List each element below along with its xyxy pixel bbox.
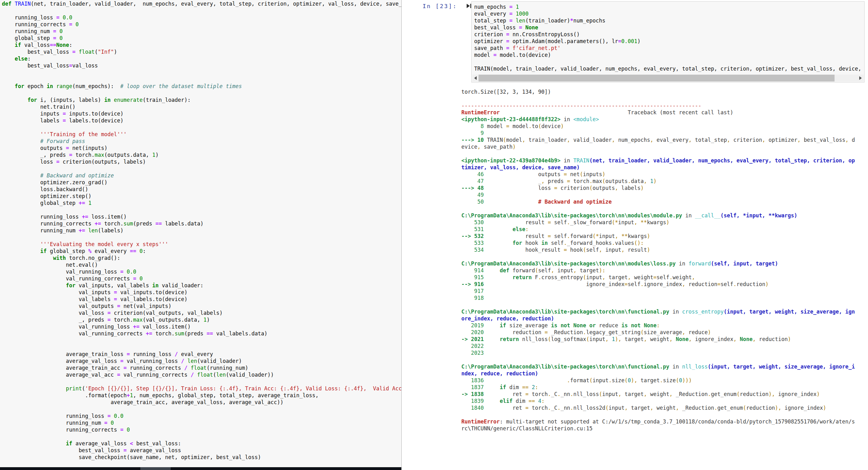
cell-code-line: num_epochs = 1 bbox=[474, 3, 864, 10]
source-code-line: average_train_acc, average_val_loss, ave… bbox=[2, 399, 401, 406]
cell-code-line: model = model.to(device) bbox=[474, 52, 864, 58]
traceback-separator: ----------------------------------------… bbox=[461, 102, 858, 109]
source-code-line: best_val_loss = float("Inf") bbox=[2, 48, 401, 55]
traceback-code-line: 46 outputs = net(inputs) bbox=[461, 171, 858, 178]
source-code-line: val_running_corrects += torch.sum(preds … bbox=[2, 330, 401, 337]
traceback-code-line: ---> 10 TRAIN(model, train_loader, valid… bbox=[461, 136, 858, 150]
source-code-line: for i, (inputs, labels) in enumerate(tra… bbox=[2, 97, 401, 103]
traceback-code-line: -> 2021 return nll_loss(log_softmax(inpu… bbox=[461, 336, 858, 343]
traceback-code-line: --> 916 ignore_index=self.ignore_index, … bbox=[461, 281, 858, 288]
source-code-line: print('Epoch [{}/{}], Step [{}/{}], Trai… bbox=[2, 385, 401, 392]
source-code-pane: def TRAIN(net, train_loader, valid_loade… bbox=[0, 0, 402, 470]
output-result-line: torch.Size([32, 3, 134, 90]) bbox=[461, 89, 858, 95]
cell-code[interactable]: num_epochs = 1eval_every = 1000total_ste… bbox=[472, 2, 864, 72]
traceback-code-line: 915 return F.cross_entropy(input, target… bbox=[461, 274, 858, 281]
source-code-line bbox=[2, 433, 401, 440]
scrollbar-track[interactable] bbox=[478, 75, 857, 81]
output-blank-line bbox=[461, 150, 858, 157]
cell-code-line: criterion = nn.CrossEntropyLoss() bbox=[474, 31, 864, 38]
source-code-line: with torch.no_grad(): bbox=[2, 255, 401, 261]
source-code-line: for epoch in range(num_epochs): # loop o… bbox=[2, 83, 401, 90]
source-code-line: if average_val_loss < best_val_loss: bbox=[2, 440, 401, 447]
traceback-frame-header: <ipython-input-22-439a8704e4b9> in TRAIN… bbox=[461, 157, 858, 171]
source-code-line: loss = criterion(outputs, labels) bbox=[2, 158, 401, 165]
source-code-line: best_val_loss=val_loss bbox=[2, 62, 401, 69]
cell-horizontal-scrollbar[interactable] bbox=[472, 75, 864, 81]
traceback-code-line: 2023 bbox=[461, 349, 858, 356]
cell-code-line bbox=[474, 58, 864, 65]
traceback-frame-header: <ipython-input-23-d44488f8f322> in <modu… bbox=[461, 116, 858, 123]
scroll-right-arrow[interactable] bbox=[857, 75, 864, 81]
source-code-line bbox=[2, 344, 401, 351]
traceback-code-line: 918 bbox=[461, 295, 858, 301]
traceback-code-line: 9 bbox=[461, 130, 858, 136]
source-code-line: val_loss = criterion(val_outputs, val_la… bbox=[2, 309, 401, 316]
cell-code-line: save_path = f'cifar_net.pt' bbox=[474, 45, 864, 52]
left-pane-horizontal-scrollbar[interactable] bbox=[0, 467, 402, 470]
cell-code-line: eval_every = 1000 bbox=[474, 10, 864, 17]
traceback-frame-header: C:\ProgramData\Anaconda3\lib\site-packag… bbox=[461, 260, 858, 267]
scroll-left-arrow[interactable] bbox=[472, 75, 478, 81]
traceback-code-line: 50 # Backward and optimize bbox=[461, 198, 858, 205]
output-blank-line bbox=[461, 95, 858, 102]
output-blank-line bbox=[461, 356, 858, 363]
source-code-line: best_val_loss = average_val_loss bbox=[2, 447, 401, 454]
source-code-line: global_step = 0 bbox=[2, 35, 401, 41]
source-code-line bbox=[2, 7, 401, 14]
code-cell-input[interactable]: num_epochs = 1eval_every = 1000total_ste… bbox=[471, 1, 865, 82]
source-code-line: # Backward and optimize bbox=[2, 172, 401, 179]
traceback-code-line: 914 def forward(self, input, target): bbox=[461, 267, 858, 274]
source-code-line: def TRAIN(net, train_loader, valid_loade… bbox=[2, 0, 401, 7]
traceback-code-line: 1837 if dim == 2: bbox=[461, 384, 858, 391]
run-marker-icon bbox=[466, 3, 472, 8]
source-code-line: running_corrects += torch.sum(preds == l… bbox=[2, 220, 401, 227]
traceback-frame-header: C:\ProgramData\Anaconda3\lib\site-packag… bbox=[461, 212, 858, 219]
scrollbar-thumb[interactable] bbox=[478, 75, 835, 81]
traceback-code-line: 533 for hook in self._forward_hooks.valu… bbox=[461, 239, 858, 246]
source-code-line: labels = labels.to(device) bbox=[2, 117, 401, 124]
source-code-line: running_num += len(labels) bbox=[2, 227, 401, 234]
source-code-line: '''Evaluating the model every x steps''' bbox=[2, 241, 401, 248]
source-code-line: running_num = 0 bbox=[2, 28, 401, 35]
source-code-line: average_train_loss = running_loss / eval… bbox=[2, 351, 401, 358]
notebook-cell-area: In [23]: num_epochs = 1eval_every = 1000… bbox=[402, 0, 868, 470]
cell-code-line: best_val_loss = None bbox=[474, 24, 864, 31]
traceback-code-line: 530 result = self._slow_forward(*input, … bbox=[461, 219, 858, 226]
traceback-title: RuntimeError Traceback (most recent call… bbox=[461, 109, 858, 116]
source-code-line bbox=[2, 124, 401, 131]
traceback-code-line: 1840 ret = torch._C._nn.nll_loss2d(input… bbox=[461, 404, 858, 411]
cell-output-traceback: torch.Size([32, 3, 134, 90]) -----------… bbox=[461, 89, 858, 432]
source-code-line bbox=[2, 165, 401, 172]
source-code-line bbox=[2, 337, 401, 344]
source-code-line: running_loss = 0.0 bbox=[2, 412, 401, 419]
output-blank-line bbox=[461, 411, 858, 418]
left-triangle-icon bbox=[474, 76, 477, 80]
scrollbar-thumb[interactable] bbox=[141, 467, 170, 470]
traceback-frame-header: C:\ProgramData\Anaconda3\lib\site-packag… bbox=[461, 308, 858, 322]
traceback-frame-header: C:\ProgramData\Anaconda3\lib\site-packag… bbox=[461, 363, 858, 377]
source-code-line: optimizer.step() bbox=[2, 193, 401, 200]
source-code-line bbox=[2, 69, 401, 76]
source-code-line: .format(epoch+1, num_epochs, global_step… bbox=[2, 392, 401, 399]
source-code-line: average_train_acc = running_corrects / f… bbox=[2, 364, 401, 371]
source-code-line: if global_step % eval_every == 0: bbox=[2, 248, 401, 255]
source-code-line bbox=[2, 378, 401, 385]
traceback-code-line: 2020 reduction = _Reduction.legacy_get_s… bbox=[461, 329, 858, 336]
traceback-code-line: -> 1838 ret = torch._C._nn.nll_loss(inpu… bbox=[461, 391, 858, 398]
source-code-line: _, preds = torch.max(outputs.data, 1) bbox=[2, 152, 401, 158]
source-code-line: global_step += 1 bbox=[2, 200, 401, 206]
traceback-code-line: 534 hook_result = hook(self, input, resu… bbox=[461, 246, 858, 253]
source-code-line bbox=[2, 76, 401, 83]
source-code-line: net.eval() bbox=[2, 261, 401, 268]
jupyter-notebook-screen: { "window": {"width": 2777, "height": 15… bbox=[0, 0, 868, 470]
cell-execution-prompt: In [23]: bbox=[423, 3, 457, 9]
traceback-code-line: ---> 48 loss = criterion(outputs, labels… bbox=[461, 184, 858, 192]
source-code-line: val_running_loss = 0.0 bbox=[2, 268, 401, 275]
source-code-line: inputs = inputs.to(device) bbox=[2, 110, 401, 117]
traceback-code-line: 2019 if size_average is not None or redu… bbox=[461, 322, 858, 329]
cell-code-line: optimizer = optim.Adam(model.parameters(… bbox=[474, 38, 864, 45]
output-blank-line bbox=[461, 301, 858, 308]
source-code-line bbox=[2, 90, 401, 97]
traceback-code-line: --> 532 result = self.forward(*input, **… bbox=[461, 233, 858, 239]
source-code-line: val_running_corrects = 0 bbox=[2, 275, 401, 282]
